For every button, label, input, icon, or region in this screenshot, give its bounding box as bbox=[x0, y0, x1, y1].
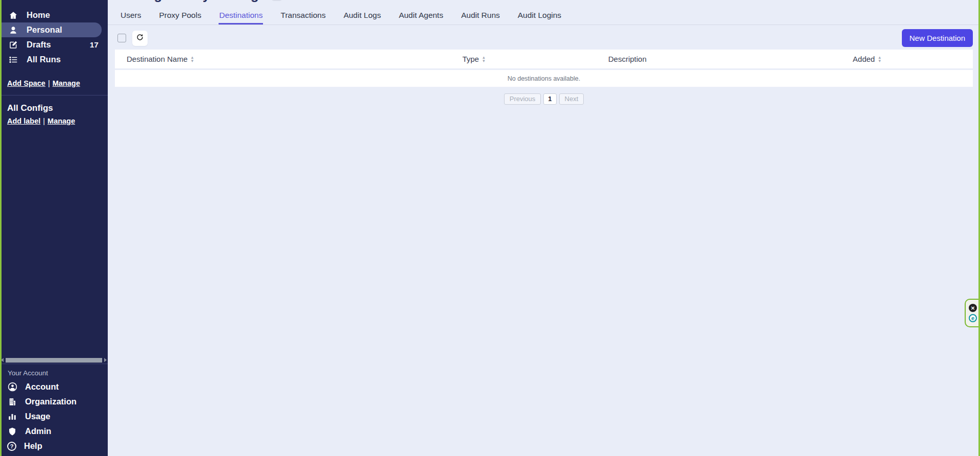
account-item-label: Help bbox=[24, 441, 42, 451]
empty-state-row: No destinations available. bbox=[115, 70, 973, 87]
add-label-link[interactable]: Add label bbox=[7, 117, 40, 125]
refresh-button[interactable] bbox=[132, 31, 148, 46]
sidebar-item-personal[interactable]: Personal bbox=[0, 22, 102, 37]
sort-icon[interactable] bbox=[878, 56, 881, 62]
tab-transactions[interactable]: Transactions bbox=[280, 5, 326, 25]
sidebar-item-drafts[interactable]: Drafts 17 bbox=[0, 37, 102, 52]
space-links: Add Space|Manage bbox=[0, 79, 108, 87]
sort-icon[interactable] bbox=[191, 56, 194, 62]
edge-extension-widget bbox=[965, 299, 980, 327]
tab-audit-logins[interactable]: Audit Logins bbox=[517, 5, 562, 25]
column-header-type[interactable]: Type bbox=[462, 55, 608, 63]
sidebar-item-help[interactable]: Help bbox=[7, 439, 108, 453]
page-heading-clip: Manage Proxy Settings bbox=[108, 0, 980, 5]
destinations-table: Destination Name Type Description Added … bbox=[115, 50, 973, 105]
sidebar-horizontal-scrollbar[interactable] bbox=[0, 357, 108, 363]
current-page-button[interactable]: 1 bbox=[543, 93, 556, 105]
account-icon bbox=[7, 382, 17, 392]
column-label: Destination Name bbox=[127, 55, 187, 63]
scroll-right-arrow-icon[interactable] bbox=[104, 358, 107, 362]
manage-labels-link[interactable]: Manage bbox=[47, 117, 75, 125]
sidebar-divider bbox=[0, 95, 108, 95]
column-label: Added bbox=[853, 55, 875, 63]
account-item-label: Organization bbox=[25, 397, 77, 406]
column-label: Description bbox=[608, 55, 647, 63]
page-title-clipped: Manage Proxy Settings bbox=[120, 0, 266, 3]
sidebar-item-organization[interactable]: Organization bbox=[7, 394, 108, 409]
tab-proxy-pools[interactable]: Proxy Pools bbox=[158, 5, 202, 25]
empty-state-message: No destinations available. bbox=[508, 75, 580, 82]
table-toolbar: New Destination bbox=[108, 25, 980, 50]
e-logo-icon[interactable] bbox=[969, 314, 977, 322]
sidebar-item-account[interactable]: Account bbox=[7, 379, 108, 394]
person-icon bbox=[8, 25, 18, 35]
help-icon bbox=[7, 442, 16, 451]
tab-audit-agents[interactable]: Audit Agents bbox=[398, 5, 444, 25]
sidebar-item-admin[interactable]: Admin bbox=[7, 424, 108, 439]
screen-edge-left bbox=[0, 0, 2, 456]
new-destination-button[interactable]: New Destination bbox=[902, 29, 973, 47]
column-header-added[interactable]: Added bbox=[853, 55, 973, 63]
tab-destinations[interactable]: Destinations bbox=[219, 5, 263, 25]
table-header-row: Destination Name Type Description Added bbox=[115, 50, 973, 68]
sort-icon[interactable] bbox=[483, 56, 485, 62]
config-links: Add label|Manage bbox=[0, 117, 108, 125]
drafts-icon bbox=[8, 40, 18, 50]
pagination: Previous 1 Next bbox=[115, 93, 973, 105]
drafts-count-badge: 17 bbox=[90, 40, 102, 50]
link-separator: | bbox=[43, 117, 45, 125]
account-item-label: Usage bbox=[25, 412, 51, 421]
sidebar-item-usage[interactable]: Usage bbox=[7, 409, 108, 424]
tab-bar: Users Proxy Pools Destinations Transacti… bbox=[108, 5, 980, 25]
sidebar-item-label: Home bbox=[27, 10, 50, 20]
tab-audit-logs[interactable]: Audit Logs bbox=[343, 5, 381, 25]
link-separator: | bbox=[48, 79, 50, 87]
column-label: Type bbox=[462, 55, 479, 63]
sidebar-item-label: Personal bbox=[27, 25, 62, 35]
previous-page-button[interactable]: Previous bbox=[504, 93, 541, 105]
select-all-checkbox[interactable] bbox=[117, 34, 126, 42]
refresh-icon bbox=[136, 33, 144, 43]
sidebar-item-home[interactable]: Home bbox=[0, 8, 102, 22]
account-item-label: Admin bbox=[25, 426, 51, 436]
organization-icon bbox=[7, 397, 17, 407]
account-section: Your Account Account Organization Usage … bbox=[0, 364, 108, 456]
your-account-label: Your Account bbox=[8, 369, 108, 377]
sidebar-item-label: Drafts bbox=[27, 40, 51, 50]
manage-spaces-link[interactable]: Manage bbox=[53, 79, 80, 87]
list-icon bbox=[8, 55, 18, 65]
edit-title-icon[interactable] bbox=[271, 0, 282, 1]
next-page-button[interactable]: Next bbox=[559, 93, 584, 105]
tab-audit-runs[interactable]: Audit Runs bbox=[461, 5, 500, 25]
account-item-label: Account bbox=[25, 382, 59, 392]
sidebar: Home Personal Drafts 17 All Runs Add Spa… bbox=[0, 0, 108, 456]
column-header-description: Description bbox=[608, 55, 853, 63]
sidebar-item-all-runs[interactable]: All Runs bbox=[0, 52, 102, 67]
sidebar-item-label: All Runs bbox=[27, 55, 61, 64]
add-space-link[interactable]: Add Space bbox=[7, 79, 45, 87]
all-configs-heading: All Configs bbox=[7, 103, 108, 113]
usage-icon bbox=[7, 412, 17, 422]
admin-icon bbox=[7, 426, 17, 437]
tab-users[interactable]: Users bbox=[120, 5, 141, 25]
scrollbar-thumb[interactable] bbox=[6, 358, 102, 363]
close-icon[interactable] bbox=[969, 304, 977, 312]
sidebar-nav: Home Personal Drafts 17 All Runs bbox=[0, 0, 108, 67]
column-header-destination-name[interactable]: Destination Name bbox=[115, 55, 462, 63]
home-icon bbox=[8, 10, 18, 20]
main-content: Manage Proxy Settings Users Proxy Pools … bbox=[108, 0, 980, 456]
